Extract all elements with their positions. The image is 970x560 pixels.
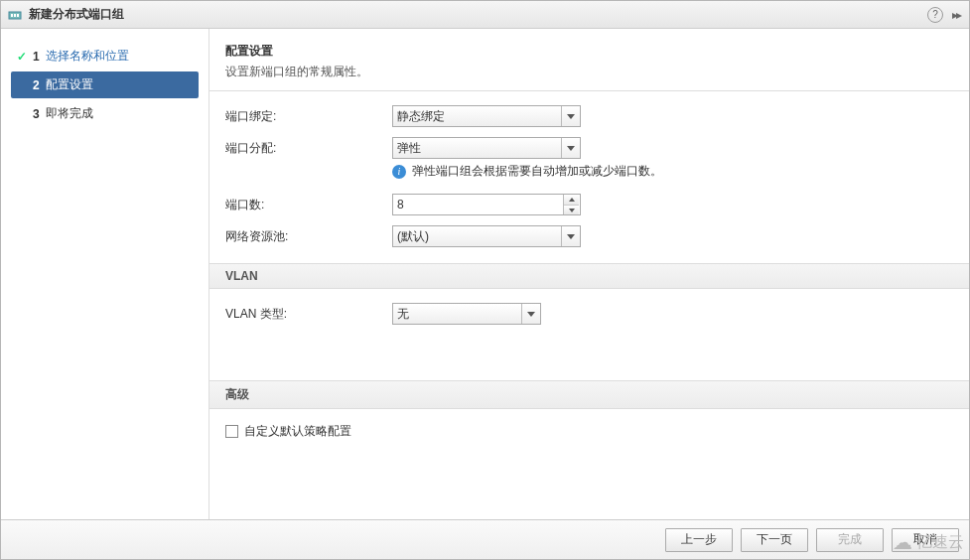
cancel-button[interactable]: 取消 xyxy=(892,528,959,552)
window-title: 新建分布式端口组 xyxy=(29,6,124,23)
wizard-sidebar: ✓ 1 选择名称和位置 2 配置设置 3 即将完成 xyxy=(1,29,209,519)
step-select-name[interactable]: ✓ 1 选择名称和位置 xyxy=(11,43,199,70)
vlan-type-select[interactable]: 无 xyxy=(392,303,541,325)
back-button[interactable]: 上一步 xyxy=(665,528,733,552)
page-title: 配置设置 xyxy=(225,43,953,60)
network-pool-label: 网络资源池: xyxy=(225,228,392,245)
expand-icon[interactable]: ▸▸ xyxy=(949,8,963,22)
titlebar: 新建分布式端口组 ? ▸▸ xyxy=(1,1,969,29)
port-binding-label: 端口绑定: xyxy=(225,108,392,125)
spinner-up-icon[interactable] xyxy=(564,195,579,205)
port-count-label: 端口数: xyxy=(225,197,392,213)
chevron-down-icon xyxy=(561,106,579,126)
chevron-down-icon xyxy=(521,304,539,324)
advanced-section-header: 高级 xyxy=(209,380,969,409)
network-pool-select[interactable]: (默认) xyxy=(392,225,581,247)
svg-rect-3 xyxy=(17,14,19,17)
dialog-footer: 上一步 下一页 完成 取消 xyxy=(1,519,969,559)
chevron-down-icon xyxy=(561,138,579,158)
port-allocation-info: 弹性端口组会根据需要自动增加或减少端口数。 xyxy=(412,163,662,180)
port-count-input[interactable]: 8 xyxy=(392,194,581,215)
port-allocation-select[interactable]: 弹性 xyxy=(392,137,581,159)
port-allocation-label: 端口分配: xyxy=(225,140,392,157)
custom-default-policy-checkbox[interactable] xyxy=(225,425,238,438)
check-icon: ✓ xyxy=(17,50,31,64)
step-ready-to-complete[interactable]: 3 即将完成 xyxy=(11,100,199,127)
port-group-icon xyxy=(7,7,23,23)
help-icon[interactable]: ? xyxy=(927,7,943,23)
dialog-window: 新建分布式端口组 ? ▸▸ ✓ 1 选择名称和位置 2 配置设置 3 即将完成 xyxy=(0,0,970,560)
info-icon: i xyxy=(392,165,406,179)
next-button[interactable]: 下一页 xyxy=(741,528,808,552)
vlan-type-label: VLAN 类型: xyxy=(225,306,392,323)
vlan-section-header: VLAN xyxy=(209,263,969,289)
port-binding-select[interactable]: 静态绑定 xyxy=(392,105,581,127)
content-panel: 配置设置 设置新端口组的常规属性。 端口绑定: 静态绑定 端口分配: 弹性 xyxy=(209,29,969,519)
page-description: 设置新端口组的常规属性。 xyxy=(225,64,953,80)
chevron-down-icon xyxy=(561,226,579,246)
svg-rect-2 xyxy=(14,14,16,17)
step-configure-settings[interactable]: 2 配置设置 xyxy=(11,71,199,98)
svg-rect-1 xyxy=(11,14,13,17)
finish-button: 完成 xyxy=(816,528,884,552)
custom-default-policy-label: 自定义默认策略配置 xyxy=(244,423,351,440)
spinner-down-icon[interactable] xyxy=(564,205,579,214)
